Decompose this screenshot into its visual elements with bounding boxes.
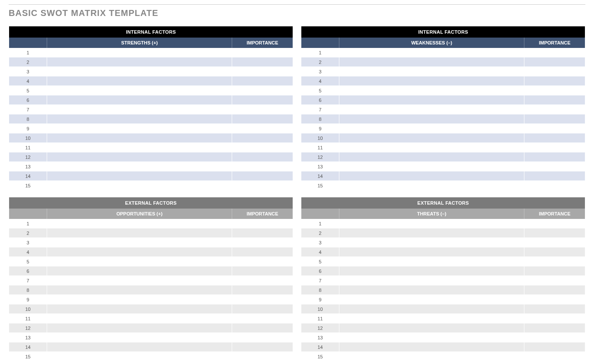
opportunities-row-importance-cell[interactable] bbox=[232, 247, 293, 257]
opportunities-row-importance-cell[interactable] bbox=[232, 342, 293, 352]
strengths-row-desc-cell[interactable] bbox=[47, 67, 232, 76]
opportunities-row-importance-cell[interactable] bbox=[232, 219, 293, 228]
weaknesses-row-importance-cell[interactable] bbox=[524, 86, 585, 95]
strengths-row-desc-cell[interactable] bbox=[47, 171, 232, 181]
opportunities-row-importance-cell[interactable] bbox=[232, 228, 293, 238]
opportunities-row-desc-cell[interactable] bbox=[47, 257, 232, 266]
threats-row-desc-cell[interactable] bbox=[339, 247, 524, 257]
weaknesses-row-desc-cell[interactable] bbox=[339, 133, 524, 143]
strengths-row-desc-cell[interactable] bbox=[47, 181, 232, 190]
threats-row-desc-cell[interactable] bbox=[339, 342, 524, 352]
opportunities-row-importance-cell[interactable] bbox=[232, 314, 293, 323]
opportunities-row-desc-cell[interactable] bbox=[47, 342, 232, 352]
strengths-row-desc-cell[interactable] bbox=[47, 95, 232, 105]
weaknesses-row-desc-cell[interactable] bbox=[339, 143, 524, 152]
threats-row-desc-cell[interactable] bbox=[339, 314, 524, 323]
strengths-row-importance-cell[interactable] bbox=[232, 67, 293, 76]
opportunities-row-desc-cell[interactable] bbox=[47, 247, 232, 257]
strengths-row-importance-cell[interactable] bbox=[232, 162, 293, 171]
opportunities-row-importance-cell[interactable] bbox=[232, 295, 293, 304]
weaknesses-row-importance-cell[interactable] bbox=[524, 95, 585, 105]
threats-row-importance-cell[interactable] bbox=[524, 285, 585, 295]
strengths-row-importance-cell[interactable] bbox=[232, 86, 293, 95]
weaknesses-row-importance-cell[interactable] bbox=[524, 114, 585, 124]
weaknesses-row-desc-cell[interactable] bbox=[339, 95, 524, 105]
weaknesses-row-importance-cell[interactable] bbox=[524, 171, 585, 181]
strengths-row-importance-cell[interactable] bbox=[232, 124, 293, 133]
opportunities-row-importance-cell[interactable] bbox=[232, 323, 293, 333]
threats-row-importance-cell[interactable] bbox=[524, 314, 585, 323]
threats-row-importance-cell[interactable] bbox=[524, 228, 585, 238]
weaknesses-row-importance-cell[interactable] bbox=[524, 76, 585, 86]
threats-row-desc-cell[interactable] bbox=[339, 266, 524, 276]
strengths-row-desc-cell[interactable] bbox=[47, 105, 232, 114]
threats-row-importance-cell[interactable] bbox=[524, 276, 585, 285]
weaknesses-row-importance-cell[interactable] bbox=[524, 57, 585, 67]
threats-row-desc-cell[interactable] bbox=[339, 276, 524, 285]
threats-row-importance-cell[interactable] bbox=[524, 333, 585, 342]
weaknesses-row-desc-cell[interactable] bbox=[339, 152, 524, 162]
weaknesses-row-importance-cell[interactable] bbox=[524, 181, 585, 190]
strengths-row-desc-cell[interactable] bbox=[47, 162, 232, 171]
opportunities-row-desc-cell[interactable] bbox=[47, 352, 232, 361]
strengths-row-importance-cell[interactable] bbox=[232, 152, 293, 162]
threats-row-desc-cell[interactable] bbox=[339, 219, 524, 228]
opportunities-row-desc-cell[interactable] bbox=[47, 333, 232, 342]
strengths-row-importance-cell[interactable] bbox=[232, 114, 293, 124]
threats-row-importance-cell[interactable] bbox=[524, 323, 585, 333]
threats-row-desc-cell[interactable] bbox=[339, 323, 524, 333]
weaknesses-row-desc-cell[interactable] bbox=[339, 57, 524, 67]
weaknesses-row-desc-cell[interactable] bbox=[339, 114, 524, 124]
threats-row-importance-cell[interactable] bbox=[524, 238, 585, 247]
weaknesses-row-desc-cell[interactable] bbox=[339, 67, 524, 76]
opportunities-row-importance-cell[interactable] bbox=[232, 276, 293, 285]
threats-row-importance-cell[interactable] bbox=[524, 304, 585, 314]
strengths-row-importance-cell[interactable] bbox=[232, 105, 293, 114]
weaknesses-row-importance-cell[interactable] bbox=[524, 143, 585, 152]
threats-row-desc-cell[interactable] bbox=[339, 304, 524, 314]
strengths-row-importance-cell[interactable] bbox=[232, 95, 293, 105]
opportunities-row-importance-cell[interactable] bbox=[232, 257, 293, 266]
opportunities-row-desc-cell[interactable] bbox=[47, 266, 232, 276]
strengths-row-importance-cell[interactable] bbox=[232, 133, 293, 143]
weaknesses-row-desc-cell[interactable] bbox=[339, 171, 524, 181]
threats-row-desc-cell[interactable] bbox=[339, 228, 524, 238]
weaknesses-row-desc-cell[interactable] bbox=[339, 76, 524, 86]
strengths-row-importance-cell[interactable] bbox=[232, 48, 293, 57]
threats-row-importance-cell[interactable] bbox=[524, 257, 585, 266]
strengths-row-importance-cell[interactable] bbox=[232, 57, 293, 67]
strengths-row-desc-cell[interactable] bbox=[47, 124, 232, 133]
weaknesses-row-desc-cell[interactable] bbox=[339, 48, 524, 57]
threats-row-desc-cell[interactable] bbox=[339, 352, 524, 361]
opportunities-row-desc-cell[interactable] bbox=[47, 323, 232, 333]
threats-row-desc-cell[interactable] bbox=[339, 285, 524, 295]
opportunities-row-desc-cell[interactable] bbox=[47, 276, 232, 285]
strengths-row-importance-cell[interactable] bbox=[232, 181, 293, 190]
weaknesses-row-importance-cell[interactable] bbox=[524, 105, 585, 114]
opportunities-row-desc-cell[interactable] bbox=[47, 295, 232, 304]
opportunities-row-importance-cell[interactable] bbox=[232, 304, 293, 314]
weaknesses-row-importance-cell[interactable] bbox=[524, 124, 585, 133]
strengths-row-desc-cell[interactable] bbox=[47, 133, 232, 143]
weaknesses-row-desc-cell[interactable] bbox=[339, 162, 524, 171]
strengths-row-desc-cell[interactable] bbox=[47, 48, 232, 57]
opportunities-row-desc-cell[interactable] bbox=[47, 314, 232, 323]
weaknesses-row-importance-cell[interactable] bbox=[524, 67, 585, 76]
weaknesses-row-importance-cell[interactable] bbox=[524, 133, 585, 143]
threats-row-importance-cell[interactable] bbox=[524, 342, 585, 352]
threats-row-desc-cell[interactable] bbox=[339, 295, 524, 304]
strengths-row-desc-cell[interactable] bbox=[47, 143, 232, 152]
strengths-row-desc-cell[interactable] bbox=[47, 86, 232, 95]
weaknesses-row-desc-cell[interactable] bbox=[339, 105, 524, 114]
threats-row-desc-cell[interactable] bbox=[339, 257, 524, 266]
opportunities-row-desc-cell[interactable] bbox=[47, 285, 232, 295]
strengths-row-desc-cell[interactable] bbox=[47, 76, 232, 86]
strengths-row-desc-cell[interactable] bbox=[47, 57, 232, 67]
threats-row-importance-cell[interactable] bbox=[524, 266, 585, 276]
opportunities-row-importance-cell[interactable] bbox=[232, 266, 293, 276]
opportunities-row-desc-cell[interactable] bbox=[47, 304, 232, 314]
weaknesses-row-importance-cell[interactable] bbox=[524, 162, 585, 171]
weaknesses-row-desc-cell[interactable] bbox=[339, 181, 524, 190]
strengths-row-importance-cell[interactable] bbox=[232, 76, 293, 86]
threats-row-desc-cell[interactable] bbox=[339, 333, 524, 342]
